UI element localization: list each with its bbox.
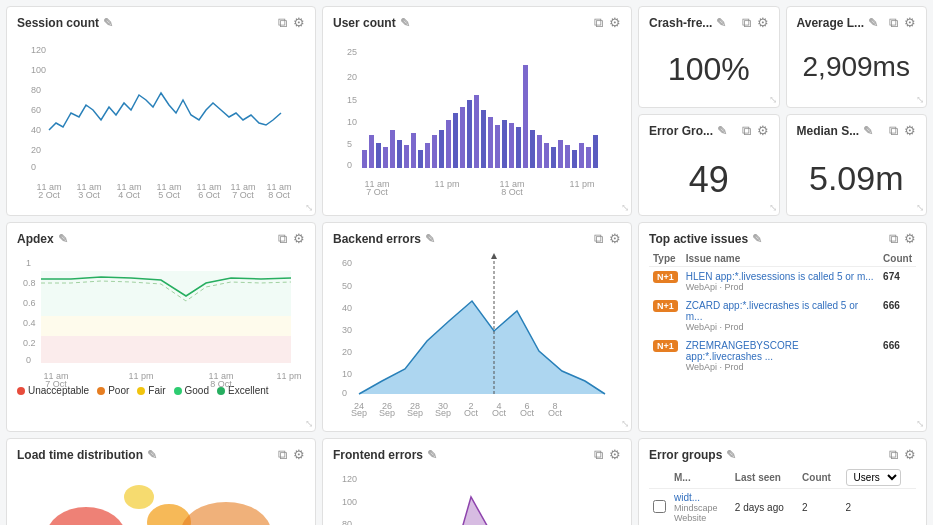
user-count-title: User count ✎ bbox=[333, 16, 410, 30]
edit-icon[interactable]: ✎ bbox=[425, 232, 435, 246]
gear-icon[interactable]: ⚙ bbox=[904, 15, 916, 31]
svg-rect-50 bbox=[523, 65, 528, 168]
edit-icon[interactable]: ✎ bbox=[863, 124, 873, 138]
gear-icon[interactable]: ⚙ bbox=[293, 231, 305, 247]
svg-text:120: 120 bbox=[31, 45, 46, 55]
copy-icon[interactable]: ⧉ bbox=[278, 231, 287, 247]
edit-icon[interactable]: ✎ bbox=[717, 124, 727, 138]
top-right-row2: Error Gro... ✎ ⧉ ⚙ 49 ⤡ Median S... ✎ bbox=[638, 114, 927, 216]
svg-text:60: 60 bbox=[342, 258, 352, 268]
svg-rect-30 bbox=[383, 147, 388, 168]
svg-rect-55 bbox=[558, 140, 563, 168]
copy-icon[interactable]: ⧉ bbox=[742, 123, 751, 139]
average-load-card: Average L... ✎ ⧉ ⚙ 2,909ms ⤡ bbox=[786, 6, 928, 108]
load-time-map bbox=[17, 467, 305, 525]
gear-icon[interactable]: ⚙ bbox=[609, 15, 621, 31]
svg-text:100: 100 bbox=[342, 497, 357, 507]
copy-icon[interactable]: ⧉ bbox=[594, 231, 603, 247]
gear-icon[interactable]: ⚙ bbox=[609, 231, 621, 247]
svg-rect-40 bbox=[453, 113, 458, 168]
resize-handle[interactable]: ⤡ bbox=[305, 202, 313, 213]
gear-icon[interactable]: ⚙ bbox=[904, 231, 916, 247]
gear-icon[interactable]: ⚙ bbox=[293, 15, 305, 31]
users-dropdown[interactable]: Users bbox=[846, 469, 901, 486]
col-checkbox bbox=[649, 467, 670, 489]
col-issue-name: Issue name bbox=[682, 251, 879, 267]
svg-rect-54 bbox=[551, 147, 556, 168]
row-checkbox[interactable] bbox=[649, 489, 670, 526]
table-row: widt... MindscapeWebsite 2 days ago 2 2 bbox=[649, 489, 916, 526]
edit-icon[interactable]: ✎ bbox=[58, 232, 68, 246]
gear-icon[interactable]: ⚙ bbox=[293, 447, 305, 463]
svg-text:5: 5 bbox=[347, 139, 352, 149]
edit-icon[interactable]: ✎ bbox=[147, 448, 157, 462]
svg-text:20: 20 bbox=[31, 145, 41, 155]
legend-good: Good bbox=[174, 385, 209, 396]
resize-handle[interactable]: ⤡ bbox=[621, 202, 629, 213]
gear-icon[interactable]: ⚙ bbox=[757, 123, 769, 139]
table-row: N+1 ZREMRANGEBYSCORE app:*.livecrashes .… bbox=[649, 336, 916, 376]
edit-icon[interactable]: ✎ bbox=[716, 16, 726, 30]
legend-poor: Poor bbox=[97, 385, 129, 396]
col-count: Count bbox=[798, 467, 842, 489]
svg-text:20: 20 bbox=[342, 347, 352, 357]
load-time-header: Load time distribution ✎ ⧉ ⚙ bbox=[17, 447, 305, 463]
resize-handle[interactable]: ⤡ bbox=[916, 202, 924, 213]
error-name-cell: widt... MindscapeWebsite bbox=[670, 489, 731, 526]
edit-icon[interactable]: ✎ bbox=[752, 232, 762, 246]
top-active-card: Top active issues ✎ ⧉ ⚙ Type Issue name … bbox=[638, 222, 927, 432]
copy-icon[interactable]: ⧉ bbox=[594, 15, 603, 31]
edit-icon[interactable]: ✎ bbox=[726, 448, 736, 462]
copy-icon[interactable]: ⧉ bbox=[278, 15, 287, 31]
svg-text:Oct: Oct bbox=[548, 408, 563, 418]
svg-text:7 Oct: 7 Oct bbox=[366, 187, 388, 197]
copy-icon[interactable]: ⧉ bbox=[278, 447, 287, 463]
copy-icon[interactable]: ⧉ bbox=[742, 15, 751, 31]
edit-icon[interactable]: ✎ bbox=[400, 16, 410, 30]
svg-rect-42 bbox=[467, 100, 472, 168]
svg-rect-74 bbox=[41, 316, 291, 336]
gear-icon[interactable]: ⚙ bbox=[904, 447, 916, 463]
copy-icon[interactable]: ⧉ bbox=[889, 447, 898, 463]
gear-icon[interactable]: ⚙ bbox=[757, 15, 769, 31]
resize-handle[interactable]: ⤡ bbox=[916, 94, 924, 105]
svg-text:8 Oct: 8 Oct bbox=[210, 379, 232, 389]
svg-point-113 bbox=[181, 502, 271, 525]
table-row: N+1 HLEN app:*.livesessions is called 5 … bbox=[649, 267, 916, 297]
svg-text:0.2: 0.2 bbox=[23, 338, 36, 348]
edit-icon[interactable]: ✎ bbox=[427, 448, 437, 462]
resize-handle[interactable]: ⤡ bbox=[769, 94, 777, 105]
svg-rect-41 bbox=[460, 107, 465, 168]
legend-fair: Fair bbox=[137, 385, 165, 396]
svg-text:0: 0 bbox=[26, 355, 31, 365]
resize-handle[interactable]: ⤡ bbox=[305, 418, 313, 429]
edit-icon[interactable]: ✎ bbox=[103, 16, 113, 30]
edit-icon[interactable]: ✎ bbox=[868, 16, 878, 30]
copy-icon[interactable]: ⧉ bbox=[594, 447, 603, 463]
svg-text:11 pm: 11 pm bbox=[434, 179, 459, 189]
issue-name-cell: HLEN app:*.livesessions is called 5 or m… bbox=[682, 267, 879, 297]
svg-rect-49 bbox=[516, 127, 521, 168]
copy-icon[interactable]: ⧉ bbox=[889, 15, 898, 31]
svg-text:80: 80 bbox=[31, 85, 41, 95]
copy-icon[interactable]: ⧉ bbox=[889, 231, 898, 247]
svg-text:7 Oct: 7 Oct bbox=[45, 379, 67, 389]
dashboard: Session count ✎ ⧉ ⚙ 120 100 80 60 40 20 … bbox=[0, 0, 933, 525]
copy-icon[interactable]: ⧉ bbox=[889, 123, 898, 139]
svg-text:Oct: Oct bbox=[492, 408, 507, 418]
svg-text:11 pm: 11 pm bbox=[569, 179, 594, 189]
resize-handle[interactable]: ⤡ bbox=[621, 418, 629, 429]
average-load-value: 2,909ms bbox=[797, 51, 917, 83]
load-time-card: Load time distribution ✎ ⧉ ⚙ bbox=[6, 438, 316, 525]
average-load-title: Average L... ✎ bbox=[797, 16, 879, 30]
svg-rect-34 bbox=[411, 133, 416, 168]
svg-text:60: 60 bbox=[31, 105, 41, 115]
gear-icon[interactable]: ⚙ bbox=[609, 447, 621, 463]
svg-rect-37 bbox=[432, 135, 437, 168]
gear-icon[interactable]: ⚙ bbox=[904, 123, 916, 139]
svg-text:8 Oct: 8 Oct bbox=[268, 190, 290, 200]
svg-rect-48 bbox=[509, 123, 514, 168]
top-right-row1: Crash-fre... ✎ ⧉ ⚙ 100% ⤡ Average L... ✎ bbox=[638, 6, 927, 108]
resize-handle[interactable]: ⤡ bbox=[916, 418, 924, 429]
resize-handle[interactable]: ⤡ bbox=[769, 202, 777, 213]
